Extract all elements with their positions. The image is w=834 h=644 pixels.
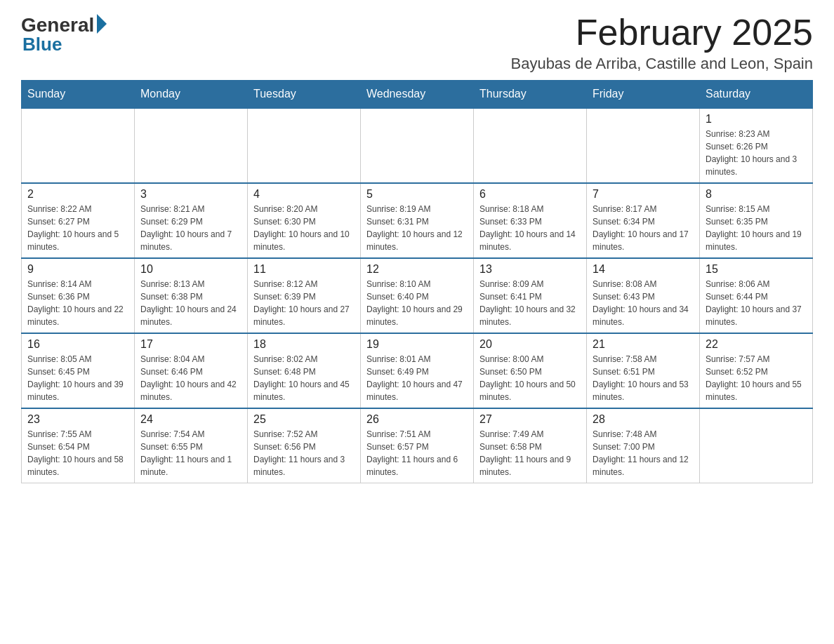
day-info: Sunrise: 8:00 AM Sunset: 6:50 PM Dayligh…	[479, 353, 581, 403]
calendar-cell: 27Sunrise: 7:49 AM Sunset: 6:58 PM Dayli…	[474, 408, 587, 483]
calendar-cell: 4Sunrise: 8:20 AM Sunset: 6:30 PM Daylig…	[248, 183, 361, 258]
day-info: Sunrise: 8:09 AM Sunset: 6:41 PM Dayligh…	[479, 278, 581, 328]
day-header-friday: Friday	[587, 81, 700, 109]
calendar-cell: 9Sunrise: 8:14 AM Sunset: 6:36 PM Daylig…	[22, 258, 135, 333]
day-number: 16	[27, 338, 128, 351]
calendar-cell: 8Sunrise: 8:15 AM Sunset: 6:35 PM Daylig…	[700, 183, 813, 258]
calendar-cell: 19Sunrise: 8:01 AM Sunset: 6:49 PM Dayli…	[361, 333, 474, 408]
logo-arrow-icon	[97, 14, 107, 34]
calendar-cell: 26Sunrise: 7:51 AM Sunset: 6:57 PM Dayli…	[361, 408, 474, 483]
calendar-cell	[361, 108, 474, 183]
day-info: Sunrise: 7:55 AM Sunset: 6:54 PM Dayligh…	[27, 428, 128, 478]
day-number: 22	[706, 338, 807, 351]
day-number: 7	[593, 188, 694, 201]
day-info: Sunrise: 7:57 AM Sunset: 6:52 PM Dayligh…	[706, 353, 807, 403]
day-number: 23	[27, 413, 128, 426]
day-info: Sunrise: 8:06 AM Sunset: 6:44 PM Dayligh…	[706, 278, 807, 328]
day-info: Sunrise: 8:15 AM Sunset: 6:35 PM Dayligh…	[706, 203, 807, 253]
calendar-cell	[700, 408, 813, 483]
day-number: 20	[479, 338, 581, 351]
day-number: 12	[366, 263, 468, 276]
day-info: Sunrise: 8:20 AM Sunset: 6:30 PM Dayligh…	[253, 203, 355, 253]
day-number: 3	[140, 188, 241, 201]
day-number: 6	[479, 188, 581, 201]
calendar-cell: 13Sunrise: 8:09 AM Sunset: 6:41 PM Dayli…	[474, 258, 587, 333]
day-header-wednesday: Wednesday	[361, 81, 474, 109]
day-number: 27	[479, 413, 581, 426]
day-number: 24	[140, 413, 241, 426]
day-number: 10	[140, 263, 241, 276]
calendar-week-2: 9Sunrise: 8:14 AM Sunset: 6:36 PM Daylig…	[22, 258, 813, 333]
day-info: Sunrise: 7:58 AM Sunset: 6:51 PM Dayligh…	[593, 353, 694, 403]
day-info: Sunrise: 8:13 AM Sunset: 6:38 PM Dayligh…	[140, 278, 241, 328]
day-header-tuesday: Tuesday	[248, 81, 361, 109]
day-number: 19	[366, 338, 468, 351]
day-number: 1	[706, 113, 807, 126]
calendar-cell: 7Sunrise: 8:17 AM Sunset: 6:34 PM Daylig…	[587, 183, 700, 258]
calendar-header-row: SundayMondayTuesdayWednesdayThursdayFrid…	[22, 81, 813, 109]
day-number: 13	[479, 263, 581, 276]
calendar-cell: 20Sunrise: 8:00 AM Sunset: 6:50 PM Dayli…	[474, 333, 587, 408]
calendar-cell: 15Sunrise: 8:06 AM Sunset: 6:44 PM Dayli…	[700, 258, 813, 333]
day-info: Sunrise: 8:22 AM Sunset: 6:27 PM Dayligh…	[27, 203, 128, 253]
day-number: 17	[140, 338, 241, 351]
day-info: Sunrise: 8:12 AM Sunset: 6:39 PM Dayligh…	[253, 278, 355, 328]
day-number: 26	[366, 413, 468, 426]
day-info: Sunrise: 8:04 AM Sunset: 6:46 PM Dayligh…	[140, 353, 241, 403]
day-number: 9	[27, 263, 128, 276]
day-number: 11	[253, 263, 355, 276]
day-info: Sunrise: 8:21 AM Sunset: 6:29 PM Dayligh…	[140, 203, 241, 253]
day-info: Sunrise: 8:05 AM Sunset: 6:45 PM Dayligh…	[27, 353, 128, 403]
calendar-cell: 24Sunrise: 7:54 AM Sunset: 6:55 PM Dayli…	[135, 408, 248, 483]
calendar-cell	[22, 108, 135, 183]
day-info: Sunrise: 8:01 AM Sunset: 6:49 PM Dayligh…	[366, 353, 468, 403]
day-number: 25	[253, 413, 355, 426]
calendar-cell	[474, 108, 587, 183]
day-info: Sunrise: 7:51 AM Sunset: 6:57 PM Dayligh…	[366, 428, 468, 478]
day-number: 2	[27, 188, 128, 201]
calendar-cell: 16Sunrise: 8:05 AM Sunset: 6:45 PM Dayli…	[22, 333, 135, 408]
calendar-cell: 21Sunrise: 7:58 AM Sunset: 6:51 PM Dayli…	[587, 333, 700, 408]
calendar-cell: 12Sunrise: 8:10 AM Sunset: 6:40 PM Dayli…	[361, 258, 474, 333]
day-info: Sunrise: 7:52 AM Sunset: 6:56 PM Dayligh…	[253, 428, 355, 478]
day-info: Sunrise: 7:54 AM Sunset: 6:55 PM Dayligh…	[140, 428, 241, 478]
calendar-cell	[135, 108, 248, 183]
day-number: 21	[593, 338, 694, 351]
header: General Blue February 2025 Bayubas de Ar…	[21, 14, 813, 73]
calendar-cell: 17Sunrise: 8:04 AM Sunset: 6:46 PM Dayli…	[135, 333, 248, 408]
day-info: Sunrise: 7:49 AM Sunset: 6:58 PM Dayligh…	[479, 428, 581, 478]
calendar-cell: 25Sunrise: 7:52 AM Sunset: 6:56 PM Dayli…	[248, 408, 361, 483]
day-info: Sunrise: 8:23 AM Sunset: 6:26 PM Dayligh…	[706, 128, 807, 178]
day-info: Sunrise: 8:17 AM Sunset: 6:34 PM Dayligh…	[593, 203, 694, 253]
calendar-cell: 5Sunrise: 8:19 AM Sunset: 6:31 PM Daylig…	[361, 183, 474, 258]
calendar-cell: 14Sunrise: 8:08 AM Sunset: 6:43 PM Dayli…	[587, 258, 700, 333]
day-number: 4	[253, 188, 355, 201]
calendar-cell	[587, 108, 700, 183]
calendar-week-3: 16Sunrise: 8:05 AM Sunset: 6:45 PM Dayli…	[22, 333, 813, 408]
day-number: 28	[593, 413, 694, 426]
day-info: Sunrise: 8:02 AM Sunset: 6:48 PM Dayligh…	[253, 353, 355, 403]
day-info: Sunrise: 8:08 AM Sunset: 6:43 PM Dayligh…	[593, 278, 694, 328]
logo: General Blue	[21, 14, 107, 55]
calendar-cell: 18Sunrise: 8:02 AM Sunset: 6:48 PM Dayli…	[248, 333, 361, 408]
day-info: Sunrise: 8:14 AM Sunset: 6:36 PM Dayligh…	[27, 278, 128, 328]
day-info: Sunrise: 8:18 AM Sunset: 6:33 PM Dayligh…	[479, 203, 581, 253]
title-area: February 2025 Bayubas de Arriba, Castill…	[510, 14, 813, 73]
day-header-saturday: Saturday	[700, 81, 813, 109]
calendar-cell: 22Sunrise: 7:57 AM Sunset: 6:52 PM Dayli…	[700, 333, 813, 408]
day-number: 5	[366, 188, 468, 201]
day-info: Sunrise: 8:10 AM Sunset: 6:40 PM Dayligh…	[366, 278, 468, 328]
calendar-week-0: 1Sunrise: 8:23 AM Sunset: 6:26 PM Daylig…	[22, 108, 813, 183]
day-header-sunday: Sunday	[22, 81, 135, 109]
day-info: Sunrise: 8:19 AM Sunset: 6:31 PM Dayligh…	[366, 203, 468, 253]
calendar-cell: 1Sunrise: 8:23 AM Sunset: 6:26 PM Daylig…	[700, 108, 813, 183]
day-number: 8	[706, 188, 807, 201]
day-number: 14	[593, 263, 694, 276]
calendar: SundayMondayTuesdayWednesdayThursdayFrid…	[21, 80, 813, 483]
calendar-cell	[248, 108, 361, 183]
day-header-thursday: Thursday	[474, 81, 587, 109]
calendar-cell: 10Sunrise: 8:13 AM Sunset: 6:38 PM Dayli…	[135, 258, 248, 333]
day-number: 15	[706, 263, 807, 276]
day-header-monday: Monday	[135, 81, 248, 109]
calendar-cell: 11Sunrise: 8:12 AM Sunset: 6:39 PM Dayli…	[248, 258, 361, 333]
